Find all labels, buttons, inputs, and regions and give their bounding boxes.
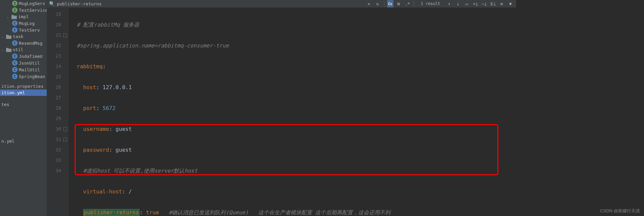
- tree-file-resendmsg[interactable]: C ResendMsg: [0, 40, 47, 46]
- search-match: publisher-returns: [83, 209, 140, 216]
- tree-label: TestServ: [19, 28, 40, 33]
- tree-folder-task[interactable]: ⌄ task: [0, 33, 47, 40]
- line-number: 27: [47, 93, 69, 103]
- line-number: 19: [47, 9, 69, 20]
- folder-icon: [11, 14, 17, 19]
- class-icon: C: [12, 60, 17, 66]
- add-selection-icon[interactable]: +⟂: [472, 0, 479, 7]
- tree-file-springbean[interactable]: C SpringBean: [0, 73, 47, 80]
- fold-marker-icon[interactable]: −: [63, 33, 67, 37]
- class-icon: C: [12, 74, 17, 79]
- regex-button[interactable]: .*: [404, 0, 411, 7]
- next-match-icon[interactable]: ↓: [454, 0, 462, 7]
- code-line: username: guest: [77, 124, 516, 134]
- tree-label: MsgLog: [19, 21, 35, 26]
- line-number: 24: [47, 61, 69, 72]
- tree-file-yml-selected[interactable]: ition.yml: [0, 89, 47, 96]
- code-line: #spring.application.name=rabbitmq-consum…: [77, 40, 516, 51]
- tree-label: task: [13, 34, 23, 39]
- right-panel: [516, 0, 644, 216]
- line-number: 21−: [47, 30, 69, 40]
- chevron-down-icon: ⌄: [7, 15, 11, 19]
- class-icon: C: [12, 21, 17, 26]
- tree-label: ResendMsg: [19, 41, 42, 46]
- separator: [414, 0, 414, 7]
- tree-folder-impl[interactable]: ⌄ impl: [0, 13, 47, 20]
- watermark: CSDN @执键行天涯: [600, 208, 640, 214]
- tree-label: MailUtil: [19, 67, 40, 72]
- tree-file-testserv[interactable]: C TestServ: [0, 27, 47, 33]
- class-icon: C: [12, 67, 17, 72]
- search-result-count: 1 result: [421, 1, 440, 6]
- search-icon: 🔍: [49, 1, 55, 6]
- tree-file-yml2[interactable]: n.yml: [0, 138, 47, 144]
- code-line: host: 127.0.0.1: [77, 82, 516, 93]
- fold-marker-icon[interactable]: −: [63, 138, 67, 142]
- line-number: 29: [47, 113, 69, 124]
- fold-marker-icon[interactable]: −: [63, 127, 67, 131]
- tree-label: JodaTimeU: [19, 54, 42, 59]
- tree-label: JsonUtil: [19, 61, 40, 66]
- tree-file-msglogservice[interactable]: I MsgLogServ: [0, 0, 47, 7]
- words-button[interactable]: W: [395, 0, 402, 7]
- line-number: 20: [47, 20, 69, 30]
- line-number: 23: [47, 51, 69, 61]
- chevron-down-icon: ⌄: [1, 48, 6, 51]
- editor[interactable]: 19 20 21− 22 23 24 25 26 27 28 29 30− 31…: [47, 8, 516, 216]
- folder-icon: [6, 34, 11, 39]
- tree-label: tes: [1, 102, 9, 107]
- line-number: 22: [47, 40, 69, 51]
- line-number: 25: [47, 72, 69, 82]
- close-search-icon[interactable]: ✕: [365, 0, 373, 7]
- search-input[interactable]: [57, 1, 232, 6]
- tree-label: ition.properties: [1, 84, 43, 89]
- line-number: 33: [47, 155, 69, 166]
- line-number: 32: [47, 145, 69, 155]
- filter-icon[interactable]: ▼: [507, 0, 514, 7]
- tree-file-properties[interactable]: ition.properties: [0, 83, 47, 89]
- gutter: 19 20 21− 22 23 24 25 26 27 28 29 30− 31…: [47, 8, 69, 216]
- tree-folder-tes[interactable]: tes: [0, 101, 47, 108]
- tree-label: util: [13, 47, 23, 52]
- tree-folder-util[interactable]: ⌄ util: [0, 46, 47, 53]
- tree-label: n.yml: [1, 139, 14, 144]
- interface-icon: I: [12, 1, 17, 6]
- line-number: 26: [47, 82, 69, 93]
- select-all-icon[interactable]: ▭: [463, 0, 470, 7]
- code-content[interactable]: # 配置rabbitMq 服务器 #spring.application.nam…: [69, 8, 516, 216]
- project-tree[interactable]: I MsgLogServ I TestService ⌄ impl C MsgL…: [0, 0, 47, 216]
- match-case-button[interactable]: Cc: [387, 0, 393, 7]
- tree-label: TestService: [19, 8, 47, 13]
- tree-file-testservice[interactable]: I TestService: [0, 7, 47, 13]
- prev-match-icon[interactable]: ↑: [446, 0, 453, 7]
- tree-file-msglog[interactable]: C MsgLog: [0, 20, 47, 27]
- toggle-selection-icon[interactable]: ⊻⟂: [489, 0, 497, 7]
- line-number: 34: [47, 166, 69, 176]
- tree-label: SpringBean: [19, 74, 45, 79]
- tree-label: MsgLogServ: [19, 1, 45, 6]
- code-line: virtual-host: /: [77, 186, 516, 197]
- search-bar: 🔍 ✕ ↻ Cc W .* 1 result ↑ ↓ ▭ +⟂ −⟂ ⊻⟂ ≡ …: [47, 0, 516, 8]
- tree-label: impl: [18, 14, 29, 19]
- interface-icon: I: [12, 7, 17, 13]
- code-line: rabbitmq:: [77, 61, 516, 72]
- tree-file-jodatime[interactable]: C JodaTimeU: [0, 53, 47, 60]
- tree-file-jsonutil[interactable]: C JsonUtil: [0, 60, 47, 66]
- class-icon: C: [12, 40, 17, 46]
- class-icon: C: [12, 27, 17, 33]
- code-line: publisher-returns: true #确认消息已发送到队列(Queu…: [77, 207, 516, 216]
- settings-icon[interactable]: ≡: [498, 0, 505, 7]
- history-icon[interactable]: ↻: [374, 0, 381, 7]
- code-line: password: guest: [77, 145, 516, 155]
- tree-file-mailutil[interactable]: C MailUtil: [0, 66, 47, 73]
- code-line: port: 5672: [77, 103, 516, 113]
- code-line: #虚拟host 可以不设置,使用server默认host: [77, 166, 516, 176]
- folder-icon: [6, 47, 11, 52]
- tree-label: ition.yml: [1, 90, 25, 95]
- line-number: 31−: [47, 134, 69, 145]
- line-number: 28: [47, 103, 69, 113]
- separator: [384, 0, 384, 7]
- chevron-down-icon: ⌄: [1, 35, 6, 38]
- remove-selection-icon[interactable]: −⟂: [481, 0, 488, 7]
- class-icon: C: [12, 53, 17, 59]
